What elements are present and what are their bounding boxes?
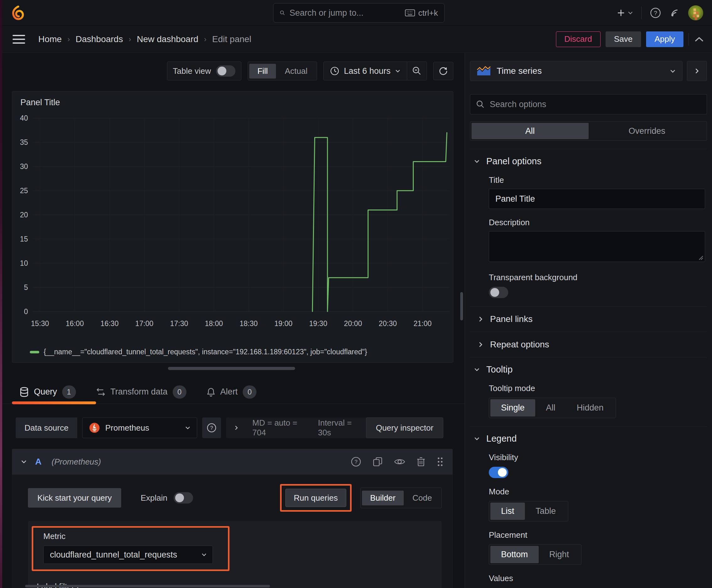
- breadcrumb-item-dashboards[interactable]: Dashboards: [75, 34, 123, 44]
- visualization-picker[interactable]: Time series: [470, 61, 683, 81]
- resize-handle-icon[interactable]: [698, 255, 704, 260]
- chevron-down-icon: [474, 436, 480, 441]
- transparent-bg-toggle[interactable]: [489, 287, 508, 298]
- options-search-input[interactable]: [490, 100, 701, 109]
- query-options-strip[interactable]: MD = auto = 704 Interval = 30s: [226, 417, 368, 438]
- option-all[interactable]: All: [472, 123, 589, 139]
- panel-links-row[interactable]: Panel links: [470, 306, 707, 332]
- news-button[interactable]: [669, 7, 680, 18]
- editor-mode-switch: BuilderCode: [360, 487, 442, 508]
- refresh-button[interactable]: [433, 62, 453, 80]
- metric-select[interactable]: cloudflared_tunnel_total_requests: [43, 546, 213, 564]
- kickstart-query-button[interactable]: Kick start your query: [28, 488, 121, 508]
- drag-handle-icon[interactable]: [436, 456, 444, 467]
- chevron-down-icon: [670, 69, 676, 74]
- svg-text:20:00: 20:00: [344, 319, 362, 328]
- user-avatar[interactable]: [688, 5, 703, 20]
- option-actual[interactable]: Actual: [277, 64, 316, 79]
- database-icon: [19, 387, 29, 397]
- option-code[interactable]: Code: [404, 491, 440, 505]
- option-builder[interactable]: Builder: [362, 491, 404, 505]
- panel-options-header[interactable]: Panel options: [470, 156, 707, 166]
- legend-mode-label: Mode: [489, 487, 705, 497]
- global-search[interactable]: ctrl+k: [273, 3, 445, 23]
- option-all[interactable]: All: [535, 399, 566, 417]
- left-pane-scrollbar[interactable]: [460, 292, 463, 320]
- datasource-help-button[interactable]: ?: [202, 417, 221, 438]
- repeat-options-row[interactable]: Repeat options: [470, 332, 707, 357]
- breadcrumb-item-home[interactable]: Home: [38, 34, 62, 44]
- bell-icon: [207, 387, 215, 397]
- duplicate-query-icon[interactable]: [372, 456, 383, 467]
- run-queries-button[interactable]: Run queries: [285, 489, 346, 507]
- collapse-chevron-up-icon[interactable]: [694, 36, 705, 43]
- options-search[interactable]: [470, 94, 707, 114]
- table-view-control: Table view: [167, 62, 241, 80]
- section-tooltip: Tooltip Tooltip mode SingleAllHidden: [470, 357, 707, 418]
- table-view-label: Table view: [173, 66, 211, 76]
- tab-alert[interactable]: Alert 0: [207, 380, 257, 404]
- svg-text:40: 40: [20, 114, 28, 122]
- nav-actions: ?: [616, 0, 703, 26]
- time-series-chart[interactable]: 051015202530354015:3016:0016:3017:0017:3…: [12, 107, 453, 348]
- option-single[interactable]: Single: [490, 399, 535, 417]
- time-range-picker[interactable]: Last 6 hours: [324, 66, 407, 76]
- apply-button[interactable]: Apply: [646, 31, 684, 47]
- save-button[interactable]: Save: [606, 31, 641, 47]
- chevron-down-icon: [201, 552, 207, 557]
- option-table[interactable]: Table: [525, 503, 567, 520]
- breadcrumb-item-edit-panel[interactable]: Edit panel: [212, 34, 252, 44]
- query-editor-section: Data source Prometheus: [0, 404, 465, 588]
- legend-visibility-toggle[interactable]: [489, 467, 508, 478]
- datasource-picker[interactable]: Prometheus: [82, 417, 197, 438]
- clock-icon: [330, 66, 339, 76]
- add-new-button[interactable]: [616, 8, 633, 18]
- explain-toggle[interactable]: [174, 492, 193, 504]
- main-area: Table view FillActual Last 6 hours: [0, 53, 712, 588]
- svg-text:?: ?: [654, 10, 657, 16]
- actions-divider: [688, 33, 689, 45]
- query-horizontal-scrollbar[interactable]: [25, 585, 270, 587]
- global-search-input[interactable]: [289, 8, 401, 18]
- option-hidden[interactable]: Hidden: [566, 399, 614, 417]
- delete-query-trash-icon[interactable]: [416, 456, 426, 467]
- breadcrumb-item-new-dashboard[interactable]: New dashboard: [137, 34, 198, 44]
- legend-placement-label: Placement: [489, 530, 705, 540]
- legend-header[interactable]: Legend: [470, 434, 707, 444]
- chevron-right-icon: [234, 424, 239, 431]
- pane-resize-handle[interactable]: [168, 367, 295, 370]
- svg-text:16:30: 16:30: [101, 319, 118, 328]
- tab-transform-data[interactable]: Transform data 0: [96, 380, 187, 404]
- table-view-toggle[interactable]: [216, 65, 235, 77]
- collapse-options-pane-button[interactable]: [687, 61, 707, 81]
- chart-legend[interactable]: {__name__="cloudflared_tunnel_total_requ…: [12, 348, 453, 362]
- svg-text:35: 35: [20, 138, 28, 146]
- search-shortcut: ctrl+k: [405, 8, 438, 18]
- option-right[interactable]: Right: [539, 546, 580, 563]
- discard-button[interactable]: Discard: [556, 31, 601, 47]
- collapse-chevron-icon[interactable]: [21, 459, 27, 464]
- query-row-header[interactable]: A (Prometheus) ?: [12, 449, 453, 475]
- annotation-box-metric: Metric cloudflared_tunnel_total_requests: [32, 526, 230, 571]
- explain-label: Explain: [141, 493, 167, 503]
- tooltip-header[interactable]: Tooltip: [470, 364, 707, 375]
- help-button[interactable]: ?: [650, 7, 661, 19]
- query-help-icon[interactable]: ?: [350, 456, 362, 467]
- option-bottom[interactable]: Bottom: [490, 546, 539, 563]
- svg-text:25: 25: [20, 187, 28, 195]
- svg-text:30: 30: [20, 162, 28, 171]
- grafana-logo-icon[interactable]: [11, 6, 25, 20]
- option-fill[interactable]: Fill: [249, 64, 276, 79]
- option-overrides[interactable]: Overrides: [589, 123, 706, 139]
- description-textarea[interactable]: [489, 231, 705, 262]
- metric-value: cloudflared_tunnel_total_requests: [50, 550, 177, 560]
- svg-text:18:30: 18:30: [239, 319, 258, 328]
- hide-query-eye-icon[interactable]: [394, 457, 406, 466]
- query-inspector-button[interactable]: Query inspector: [366, 417, 443, 438]
- option-list[interactable]: List: [490, 503, 525, 520]
- panel-title-input[interactable]: [489, 189, 705, 209]
- query-editor-body: Kick start your query Explain Run querie…: [12, 475, 453, 588]
- zoom-out-button[interactable]: [407, 62, 427, 80]
- menu-toggle-icon[interactable]: [13, 33, 25, 46]
- tab-query[interactable]: Query 1: [19, 380, 76, 404]
